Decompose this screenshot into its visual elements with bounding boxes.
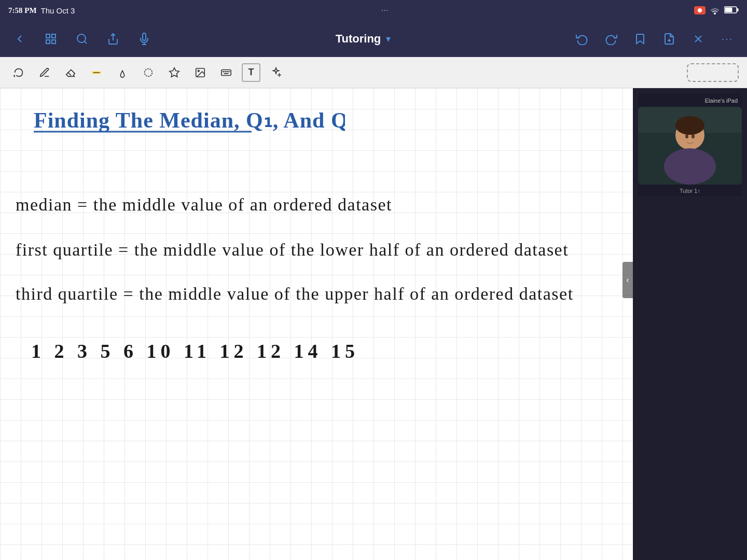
keyboard-tool[interactable] [216,62,237,83]
tutor-avatar-svg [638,107,742,185]
shapes-tool[interactable] [138,62,159,83]
main-container: Finding The Median, Q₁, And Q₃ median = … [0,88,747,560]
note-content: Finding The Median, Q₁, And Q₃ median = … [0,88,633,560]
status-center: ··· [381,6,388,15]
nav-right: ··· [573,30,737,48]
svg-point-38 [677,121,702,132]
elaine-label: Elaine's iPad [638,93,742,107]
svg-rect-4 [52,34,56,38]
apps-grid-button[interactable] [42,30,60,48]
svg-text:first  quartile =   the middle: first quartile = the middle value of the… [16,240,569,259]
close-button[interactable] [689,30,708,48]
svg-rect-3 [46,34,50,38]
tutor-label: Tutor 1↑ [680,188,700,194]
svg-rect-1 [737,8,739,11]
first-quartile-line: first quartile = the middle value of the… [16,236,586,267]
status-bar: 7:58 PM Thu Oct 3 ··· [0,0,747,21]
median-line: median = the middle value of an ordered … [16,192,482,220]
status-date: Thu Oct 3 [41,6,75,15]
number-sequence: 1 2 3 5 6 10 11 12 12 14 15 [31,337,394,368]
svg-rect-22 [222,69,231,75]
wifi-icon [710,6,720,15]
svg-text:1   2   3   5   6   10   11   : 1 2 3 5 6 10 11 12 12 14 15 [31,340,359,362]
svg-text:median =   the middle value of: median = the middle value of an ordered … [16,195,392,214]
more-button[interactable]: ··· [718,30,737,48]
svg-rect-2 [725,7,732,12]
image-tool[interactable] [190,62,211,83]
sidebar: Elaine's iPad [633,88,747,560]
nav-center: Tutoring ▾ [336,32,391,46]
svg-rect-5 [46,40,50,44]
median-text-svg: median = the middle value of an ordered … [16,192,482,218]
svg-point-42 [691,134,695,138]
svg-point-7 [77,34,86,43]
status-left: 7:58 PM Thu Oct 3 [8,6,75,15]
color-tool[interactable] [112,62,133,83]
text-tool[interactable]: T [242,63,260,82]
highlighter-tool[interactable] [86,62,107,83]
battery-percentage [724,6,739,16]
svg-point-21 [198,70,199,72]
svg-text:third  quartile =   the middle: third quartile = the middle value of the… [16,284,574,303]
undo-button[interactable] [573,30,591,48]
svg-rect-6 [52,40,56,44]
svg-point-41 [685,134,688,138]
tutor-video [638,107,742,185]
pen-tool[interactable] [34,62,55,83]
third-quartile-line: third quartile = the middle value of the… [16,280,586,311]
svg-line-8 [85,41,87,43]
status-time: 7:58 PM [8,6,37,15]
lasso-tool[interactable] [8,62,29,83]
collapse-sidebar-button[interactable]: ‹ [622,262,633,298]
note-title-area: Finding The Median, Q₁, And Q₃ [34,103,345,141]
mic-button[interactable] [135,30,154,48]
bookmark-button[interactable] [631,30,649,48]
svg-point-18 [145,68,153,76]
back-button[interactable] [10,30,29,48]
title-chevron[interactable]: ▾ [386,33,391,45]
numbers-svg: 1 2 3 5 6 10 11 12 12 14 15 [31,337,394,366]
third-quartile-svg: third quartile = the middle value of the… [16,280,586,309]
redo-button[interactable] [602,30,620,48]
canvas-area[interactable]: Finding The Median, Q₁, And Q₃ median = … [0,88,633,560]
tutor-video-container: Elaine's iPad [638,93,742,196]
nav-left [10,30,154,48]
page-title: Tutoring [336,32,381,46]
recording-indicator [694,6,706,15]
add-page-button[interactable] [660,30,679,48]
search-button[interactable] [73,30,91,48]
note-title-svg: Finding The Median, Q₁, And Q₃ [34,103,345,139]
tutor-label-area: Tutor 1↑ [638,185,742,196]
share-button[interactable] [104,30,122,48]
star-tool[interactable] [164,62,185,83]
toolbar-extra [687,63,739,82]
svg-marker-19 [170,67,179,76]
elaine-name: Elaine's iPad [705,97,738,104]
toolbar: T [0,57,747,88]
sparkle-tool[interactable] [266,62,286,83]
nav-bar: Tutoring ▾ ··· [0,21,747,57]
svg-text:Finding The Median, Q₁, And Q₃: Finding The Median, Q₁, And Q₃ [34,108,345,132]
svg-point-40 [664,148,716,185]
eraser-tool[interactable] [60,62,81,83]
sidebar-collapse[interactable]: ‹ [622,262,633,298]
first-quartile-svg: first quartile = the middle value of the… [16,236,586,264]
status-right [694,6,739,16]
battery-icon [724,6,739,14]
